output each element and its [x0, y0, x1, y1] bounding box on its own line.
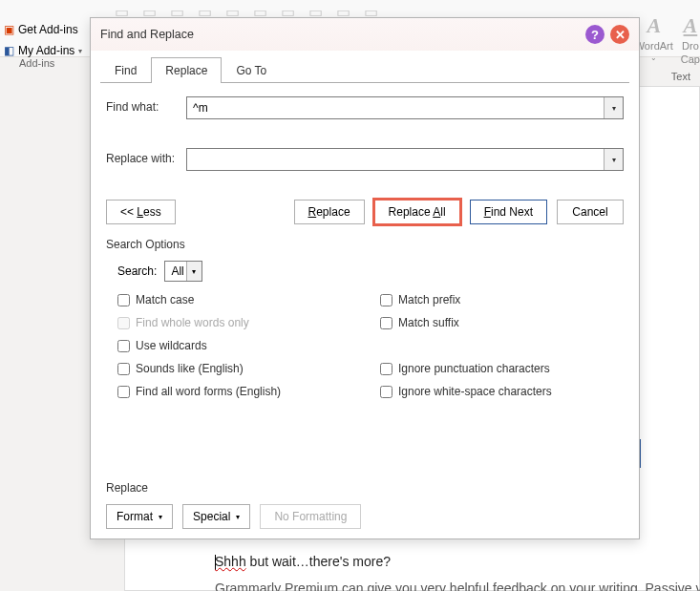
dropcap-button[interactable]: ADroCap	[681, 13, 700, 65]
match-case-checkbox[interactable]: Match case	[117, 293, 361, 306]
sounds-like-checkbox[interactable]: Sounds like (English)	[117, 362, 361, 375]
less-button[interactable]: << Less	[106, 200, 176, 224]
find-what-combo: ▾	[186, 96, 624, 119]
dialog-tabs: Find Replace Go To	[91, 51, 639, 82]
caret-down-icon: ▾	[159, 513, 162, 521]
find-next-button[interactable]: Find Next	[470, 200, 547, 224]
options-right-col: Match prefix Match suffix Ignore punctua…	[380, 293, 624, 398]
find-replace-dialog: Find and Replace ? ✕ Find Replace Go To …	[90, 17, 640, 539]
find-what-input[interactable]	[186, 96, 624, 119]
match-prefix-checkbox[interactable]: Match prefix	[380, 293, 624, 306]
addins-icon: ◧	[4, 44, 14, 57]
dialog-titlebar[interactable]: Find and Replace ? ✕	[91, 18, 639, 51]
caret-down-icon: ▾	[236, 513, 240, 521]
doc-text-spellerror: Shhh	[215, 554, 246, 569]
addins-group-label: Add-ins	[19, 57, 54, 69]
tab-replace[interactable]: Replace	[151, 57, 222, 83]
replace-format-section: Replace Format▾ Special▾ No Formatting	[106, 428, 624, 529]
find-what-row: Find what: ▾	[106, 96, 624, 119]
my-addins-label: My Add-ins	[18, 44, 74, 57]
search-direction-row: Search: All ▾	[117, 261, 624, 282]
tab-goto[interactable]: Go To	[222, 57, 281, 83]
dropcap-icon: A	[684, 13, 698, 38]
find-what-dropdown-icon[interactable]: ▾	[604, 97, 623, 118]
format-button[interactable]: Format▾	[106, 504, 173, 529]
dropcap-label1: Dro	[682, 40, 699, 52]
replace-with-row: Replace with: ▾	[106, 148, 624, 171]
match-suffix-checkbox[interactable]: Match suffix	[380, 316, 624, 329]
cancel-button[interactable]: Cancel	[557, 200, 624, 224]
replace-section-label: Replace	[106, 481, 624, 495]
get-addins-label: Get Add-ins	[18, 23, 78, 36]
replace-with-input[interactable]	[186, 148, 624, 171]
find-what-label: Find what:	[106, 96, 179, 114]
options-grid: Match case Find whole words only Use wil…	[117, 293, 624, 398]
options-left-col: Match case Find whole words only Use wil…	[117, 293, 361, 398]
wordart-button[interactable]: AWordArt⌄	[635, 13, 673, 62]
replace-all-button[interactable]: Replace All	[374, 200, 460, 224]
search-direction-select[interactable]: All ▾	[164, 261, 202, 282]
document-line-1[interactable]: Shhh but wait…there's more?	[215, 554, 391, 570]
search-options-label: Search Options	[106, 238, 624, 251]
replace-with-combo: ▾	[186, 148, 624, 171]
replace-with-label: Replace with:	[106, 148, 179, 165]
replace-with-dropdown-icon[interactable]: ▾	[604, 149, 623, 170]
special-button[interactable]: Special▾	[182, 504, 250, 529]
ribbon-text-group: AWordArt⌄ ADroCap	[635, 13, 700, 65]
dialog-button-row: << Less Replace Replace All Find Next Ca…	[106, 200, 624, 224]
wildcards-checkbox[interactable]: Use wildcards	[117, 339, 361, 352]
format-buttons-row: Format▾ Special▾ No Formatting	[106, 504, 624, 529]
search-direction-value: All	[171, 264, 183, 278]
close-icon[interactable]: ✕	[610, 25, 629, 44]
dialog-body: Find what: ▾ Replace with: ▾ << Less Rep…	[91, 83, 639, 538]
search-label: Search:	[117, 264, 157, 278]
doc-text-rest: but wait…there's more?	[246, 554, 391, 569]
ribbon-addins-group: ▣Get Add-ins ◧My Add-ins▾	[0, 21, 86, 59]
text-group-label: Text	[671, 71, 690, 82]
chevron-down-icon: ▾	[186, 262, 202, 281]
help-icon[interactable]: ?	[585, 25, 605, 44]
word-forms-checkbox[interactable]: Find all word forms (English)	[117, 385, 361, 398]
replace-button[interactable]: Replace	[294, 200, 365, 224]
no-formatting-button: No Formatting	[260, 504, 361, 529]
dialog-title: Find and Replace	[100, 28, 580, 41]
ignore-whitespace-checkbox[interactable]: Ignore white-space characters	[380, 385, 624, 398]
get-addins-button[interactable]: ▣Get Add-ins	[0, 21, 86, 38]
whole-words-checkbox: Find whole words only	[117, 316, 361, 329]
dropcap-label2: Cap	[681, 53, 700, 65]
wordart-label: WordArt	[635, 40, 673, 52]
wordart-icon: A	[647, 13, 661, 38]
document-line-2[interactable]: Grammarly Premium can give you very help…	[215, 580, 700, 591]
store-icon: ▣	[4, 23, 14, 36]
tab-find[interactable]: Find	[100, 57, 151, 83]
ignore-punct-checkbox[interactable]: Ignore punctuation characters	[380, 362, 624, 375]
